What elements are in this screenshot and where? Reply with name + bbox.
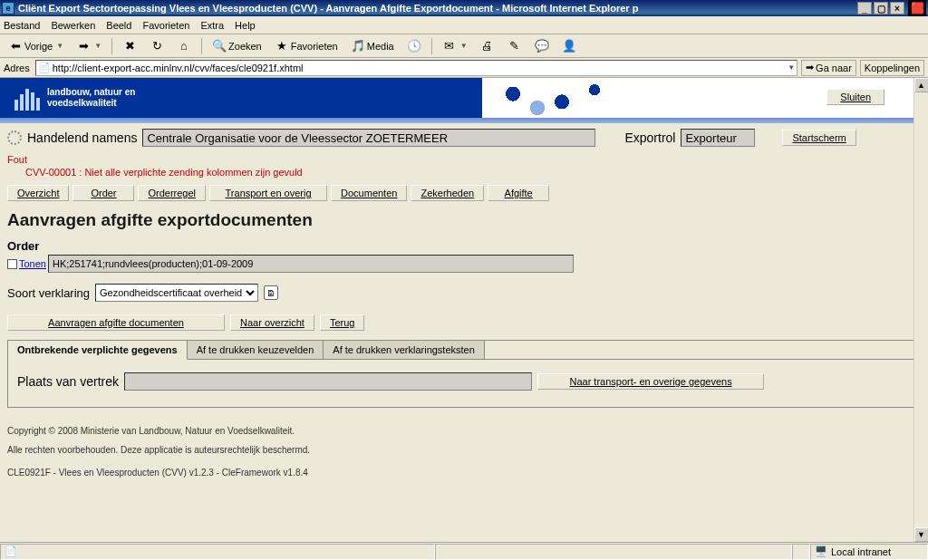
toolbar: ⬅ Vorige ▼ ➡ ▼ ✖ ↻ ⌂ 🔍 Zoeken ★ Favoriet… bbox=[0, 34, 928, 58]
footer-copyright: Copyright © 2008 Ministerie van Landbouw… bbox=[7, 424, 921, 438]
terug-button[interactable]: Terug bbox=[320, 314, 365, 331]
links-label: Koppelingen bbox=[865, 63, 920, 73]
address-bar: Adres 📄 ▼ ➡ Ga naar Koppelingen bbox=[0, 58, 928, 78]
close-window-button[interactable]: × bbox=[890, 2, 904, 14]
tab-zekerheden[interactable]: Zekerheden bbox=[411, 185, 484, 201]
window-title: Cliënt Export Sectortoepassing Vlees en … bbox=[18, 3, 857, 14]
favorites-label: Favorieten bbox=[291, 41, 338, 52]
exportrol-label: Exportrol bbox=[624, 130, 675, 145]
discuss-icon: 💬 bbox=[535, 39, 549, 53]
menu-bestand[interactable]: Bestand bbox=[4, 20, 40, 31]
error-message: CVV-00001 : Niet alle verplichte zending… bbox=[25, 167, 921, 178]
tonen-link[interactable]: Tonen bbox=[19, 258, 46, 269]
minimize-button[interactable]: _ bbox=[857, 2, 872, 14]
order-checkbox[interactable] bbox=[7, 259, 17, 269]
status-zone-label: Local intranet bbox=[831, 546, 891, 557]
chevron-down-icon[interactable]: ▼ bbox=[788, 63, 795, 72]
tab-documenten[interactable]: Documenten bbox=[331, 185, 407, 201]
star-icon: ★ bbox=[275, 39, 289, 53]
detail-tab-strip: Ontbrekende verplichte gegevens Af te dr… bbox=[8, 341, 920, 360]
tab-orderregel[interactable]: Orderregel bbox=[138, 185, 206, 201]
form-area: Handelend namens Centrale Organisatie vo… bbox=[0, 123, 928, 542]
status-left-pane: 📄 bbox=[0, 544, 435, 560]
separator bbox=[201, 38, 202, 54]
search-icon: 🔍 bbox=[212, 39, 227, 53]
detail-tab-body: Plaats van vertrek Naar transport- en ov… bbox=[8, 360, 920, 407]
order-value: HK;251741;rundvlees(producten);01-09-200… bbox=[48, 255, 574, 273]
soort-verklaring-label: Soort verklaring bbox=[7, 286, 90, 300]
home-icon: ⌂ bbox=[177, 39, 191, 53]
back-icon: ⬅ bbox=[8, 39, 23, 53]
footer-rights: Alle rechten voorbehouden. Deze applicat… bbox=[7, 443, 921, 457]
back-button[interactable]: ⬅ Vorige ▼ bbox=[4, 37, 68, 55]
aanvragen-afgifte-button[interactable]: Aanvragen afgifte documenten bbox=[7, 314, 225, 331]
tab-keuzevelden[interactable]: Af te drukken keuzevelden bbox=[188, 341, 324, 359]
forward-icon: ➡ bbox=[76, 39, 91, 53]
menu-extra[interactable]: Extra bbox=[200, 20, 224, 31]
favorites-button[interactable]: ★ Favorieten bbox=[270, 37, 343, 55]
media-label: Media bbox=[367, 41, 394, 52]
menu-bewerken[interactable]: Bewerken bbox=[51, 20, 95, 31]
menu-beeld[interactable]: Beeld bbox=[106, 20, 131, 31]
mail-button[interactable]: ✉▼ bbox=[438, 37, 472, 55]
links-button[interactable]: Koppelingen bbox=[860, 60, 924, 76]
handelend-namens-value: Centrale Organisatie voor de Vleessector… bbox=[142, 129, 595, 147]
tab-afgifte[interactable]: Afgifte bbox=[488, 185, 549, 201]
tab-verklaringsteksten[interactable]: Af te drukken verklaringsteksten bbox=[324, 341, 485, 359]
page-icon: 📄 bbox=[5, 546, 17, 557]
menu-help[interactable]: Help bbox=[235, 20, 256, 31]
history-button[interactable]: 🕓 bbox=[402, 37, 426, 55]
refresh-button[interactable]: ↻ bbox=[145, 37, 169, 55]
nav-tabs: Overzicht Order Orderregel Transport en … bbox=[7, 185, 921, 201]
loading-icon bbox=[7, 130, 22, 145]
handelend-namens-label: Handelend namens bbox=[27, 130, 137, 145]
home-button[interactable]: ⌂ bbox=[172, 37, 196, 55]
tab-overzicht[interactable]: Overzicht bbox=[7, 185, 69, 201]
detail-tab-panel: Ontbrekende verplichte gegevens Af te dr… bbox=[7, 340, 921, 408]
messenger-button[interactable]: 👤 bbox=[557, 37, 581, 55]
print-button[interactable]: 🖨 bbox=[476, 37, 499, 55]
stop-button[interactable]: ✖ bbox=[118, 37, 141, 55]
status-ssl-pane bbox=[792, 544, 810, 560]
search-label: Zoeken bbox=[228, 41, 262, 52]
vertical-scrollbar[interactable]: ▲ ▼ bbox=[914, 78, 928, 542]
forward-button[interactable]: ➡ ▼ bbox=[72, 37, 106, 55]
plaats-van-vertrek-label: Plaats van vertrek bbox=[17, 374, 119, 389]
tab-order[interactable]: Order bbox=[72, 185, 134, 201]
sluiten-button[interactable]: Sluiten bbox=[826, 89, 884, 105]
exportrol-value: Exporteur bbox=[681, 129, 755, 147]
separator bbox=[431, 38, 432, 54]
scroll-up-icon[interactable]: ▲ bbox=[914, 78, 929, 92]
menu-favorieten[interactable]: Favorieten bbox=[142, 20, 189, 31]
banner-pattern bbox=[464, 78, 627, 118]
refresh-icon: ↻ bbox=[150, 39, 164, 53]
tab-transport[interactable]: Transport en overig bbox=[209, 185, 327, 201]
naar-overzicht-button[interactable]: Naar overzicht bbox=[230, 314, 314, 331]
app-banner: landbouw, natuur en voedselkwaliteit Slu… bbox=[0, 78, 928, 118]
address-field[interactable]: 📄 ▼ bbox=[35, 60, 798, 76]
footer-text: Copyright © 2008 Ministerie van Landbouw… bbox=[7, 424, 921, 479]
soort-verklaring-select[interactable]: Gezondheidscertificaat overheid bbox=[95, 284, 258, 302]
scroll-down-icon[interactable]: ▼ bbox=[914, 527, 929, 542]
discuss-button[interactable]: 💬 bbox=[530, 37, 554, 55]
status-mid-pane bbox=[435, 544, 792, 560]
edit-button[interactable]: ✎ bbox=[503, 37, 527, 55]
mail-icon: ✉ bbox=[442, 39, 457, 53]
plaats-van-vertrek-value bbox=[124, 372, 532, 391]
media-button[interactable]: 🎵 Media bbox=[346, 37, 399, 55]
history-icon: 🕓 bbox=[407, 39, 421, 53]
search-button[interactable]: 🔍 Zoeken bbox=[208, 37, 266, 55]
maximize-button[interactable]: ▢ bbox=[874, 2, 888, 14]
page-icon: 📄 bbox=[38, 62, 51, 74]
media-icon: 🎵 bbox=[351, 39, 365, 53]
tab-ontbrekende-gegevens[interactable]: Ontbrekende verplichte gegevens bbox=[8, 341, 188, 360]
startscherm-button[interactable]: Startscherm bbox=[782, 130, 856, 146]
naar-transport-button[interactable]: Naar transport- en overige gegevens bbox=[537, 373, 764, 390]
separator bbox=[111, 38, 112, 54]
info-icon[interactable]: 🗎 bbox=[264, 285, 278, 300]
go-button[interactable]: ➡ Ga naar bbox=[801, 60, 856, 76]
messenger-icon: 👤 bbox=[562, 39, 576, 53]
address-input[interactable] bbox=[53, 63, 784, 73]
ie-icon: e bbox=[2, 2, 14, 14]
edit-icon: ✎ bbox=[508, 39, 522, 53]
